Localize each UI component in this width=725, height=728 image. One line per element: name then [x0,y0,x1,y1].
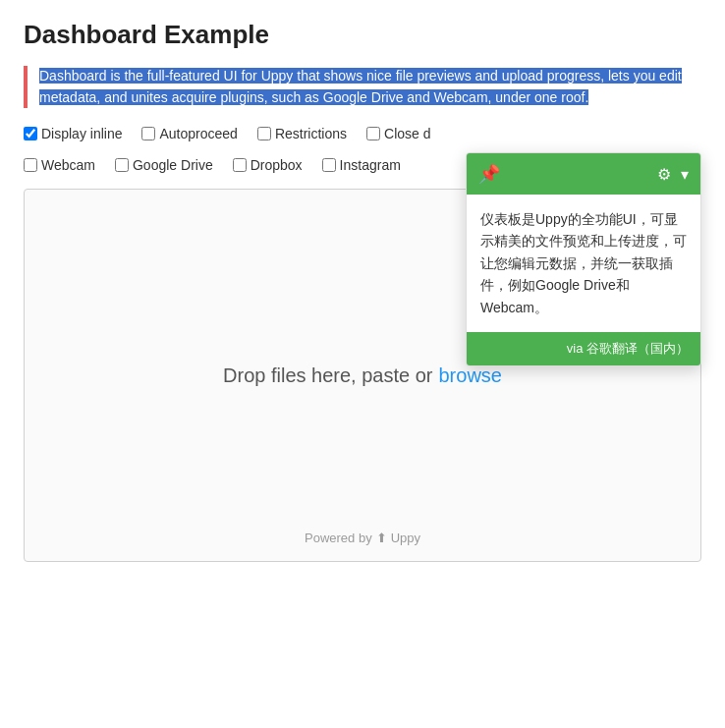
checkbox-autoproceed[interactable]: Autoproceed [141,126,237,141]
powered-by: Powered by ⬆ Uppy [305,531,420,545]
checkbox-instagram[interactable]: Instagram [322,157,401,173]
checkbox-dropbox-input[interactable] [233,158,247,172]
checkbox-display-inline-input[interactable] [24,127,37,140]
checkbox-webcam[interactable]: Webcam [24,157,95,173]
gear-icon[interactable]: ⚙ [657,165,671,184]
popup-footer: via 谷歌翻译（国内） [467,332,700,365]
drop-text: Drop files here, paste or [223,364,432,387]
checkbox-instagram-label: Instagram [340,157,401,173]
popup-footer-text: via 谷歌翻译（国内） [567,341,689,356]
page-title: Dashboard Example [24,20,701,50]
checkbox-restrictions[interactable]: Restrictions [257,126,347,141]
checkbox-restrictions-label: Restrictions [275,126,347,141]
checkbox-close-d-input[interactable] [366,127,380,140]
checkbox-restrictions-input[interactable] [257,127,271,140]
checkbox-autoproceed-label: Autoproceed [159,126,237,141]
popup-header-actions: ⚙ ▾ [657,165,689,184]
checkbox-close-d[interactable]: Close d [366,126,430,141]
powered-by-label: Powered by [305,531,372,545]
checkbox-webcam-input[interactable] [24,158,37,172]
checkbox-dropbox[interactable]: Dropbox [233,157,303,173]
checkboxes-row-1: Display inline Autoproceed Restrictions … [24,126,701,141]
highlighted-text: Dashboard is the full-featured UI for Up… [39,68,682,105]
uppy-logo-icon: ⬆ [376,531,387,545]
popup-header: 📌 ⚙ ▾ [467,153,700,195]
pin-icon[interactable]: 📌 [478,163,500,185]
checkbox-google-drive-input[interactable] [115,158,129,172]
checkbox-google-drive-label: Google Drive [133,157,213,173]
checkbox-webcam-label: Webcam [41,157,95,173]
highlighted-block: Dashboard is the full-featured UI for Up… [24,66,701,108]
popup-body: 仪表板是Uppy的全功能UI，可显示精美的文件预览和上传进度，可让您编辑元数据，… [467,195,700,332]
uppy-brand: Uppy [391,531,420,545]
popup-translated-text: 仪表板是Uppy的全功能UI，可显示精美的文件预览和上传进度，可让您编辑元数据，… [480,211,687,315]
chevron-down-icon[interactable]: ▾ [681,165,689,184]
checkbox-dropbox-label: Dropbox [251,157,303,173]
checkbox-google-drive[interactable]: Google Drive [115,157,213,173]
checkbox-instagram-input[interactable] [322,158,336,172]
checkbox-close-d-label: Close d [384,126,430,141]
checkbox-display-inline[interactable]: Display inline [24,126,122,141]
checkbox-display-inline-label: Display inline [41,126,122,141]
checkbox-autoproceed-input[interactable] [141,127,155,140]
browse-link[interactable]: browse [438,364,501,387]
translation-popup: 📌 ⚙ ▾ 仪表板是Uppy的全功能UI，可显示精美的文件预览和上传进度，可让您… [466,152,701,366]
